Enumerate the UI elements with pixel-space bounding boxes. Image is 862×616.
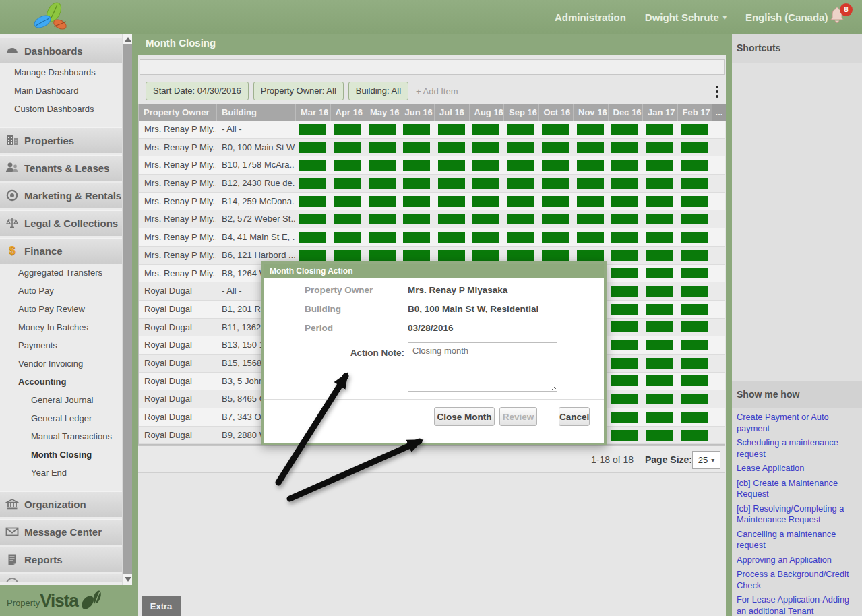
month-column-header[interactable]: Apr 16: [330, 104, 365, 121]
month-column-header[interactable]: May 16: [365, 104, 400, 121]
month-status-cell[interactable]: [677, 336, 712, 354]
show-me-how-link[interactable]: Cancelling a maintenance request: [732, 528, 862, 553]
month-status-cell[interactable]: [642, 121, 677, 138]
scrollbar-down-icon[interactable]: [125, 577, 131, 582]
column-header-property-owner[interactable]: Property Owner: [139, 104, 216, 121]
overflow-column-header[interactable]: ...: [712, 104, 726, 121]
filter-chip-building[interactable]: Building: All: [348, 82, 408, 100]
sidebar-item-auto-pay[interactable]: Auto Pay: [0, 282, 122, 300]
month-column-header[interactable]: Feb 17: [677, 104, 712, 121]
month-status-cell[interactable]: [469, 193, 504, 210]
show-me-how-link[interactable]: [cb] Resolving/Completing a Maintenance …: [732, 502, 862, 528]
month-status-cell[interactable]: [642, 301, 677, 318]
month-status-cell[interactable]: [642, 390, 677, 408]
month-status-cell[interactable]: [573, 193, 608, 210]
month-status-cell[interactable]: [608, 265, 643, 282]
sidebar-section-organization[interactable]: Organization: [0, 491, 122, 517]
month-status-cell[interactable]: [434, 210, 469, 228]
month-status-cell[interactable]: [608, 373, 643, 390]
month-status-cell[interactable]: [677, 121, 712, 138]
month-status-cell[interactable]: [503, 193, 538, 210]
month-status-cell[interactable]: [608, 336, 643, 354]
month-status-cell[interactable]: [330, 193, 365, 210]
month-status-cell[interactable]: [677, 408, 712, 426]
month-status-cell[interactable]: [400, 139, 435, 156]
month-status-cell[interactable]: [608, 282, 643, 300]
sidebar-item-payments[interactable]: Payments: [0, 336, 122, 355]
sidebar-item-general-ledger[interactable]: General Ledger: [0, 409, 122, 427]
sidebar-item-aggregated-transfers[interactable]: Aggregated Transfers: [0, 264, 122, 282]
table-menu-kebab-icon[interactable]: [713, 84, 721, 101]
month-status-cell[interactable]: [434, 175, 469, 192]
month-status-cell[interactable]: [295, 156, 330, 174]
month-status-cell[interactable]: [538, 156, 574, 174]
month-status-cell[interactable]: [330, 139, 365, 156]
month-status-cell[interactable]: [677, 193, 712, 210]
filter-chip-property-owner[interactable]: Property Owner: All: [253, 82, 344, 100]
month-status-cell[interactable]: [400, 156, 435, 174]
topbar-menu-administration[interactable]: Administration: [555, 11, 626, 23]
month-status-cell[interactable]: [677, 156, 712, 174]
month-status-cell[interactable]: [503, 121, 538, 138]
page-size-select[interactable]: 25 ▾: [692, 451, 720, 469]
month-status-cell[interactable]: [677, 355, 712, 372]
month-status-cell[interactable]: [677, 265, 712, 282]
month-status-cell[interactable]: [677, 319, 712, 336]
month-status-cell[interactable]: [642, 228, 677, 246]
month-status-cell[interactable]: [608, 355, 643, 372]
month-status-cell[interactable]: [608, 427, 643, 444]
month-status-cell[interactable]: [608, 156, 643, 174]
month-status-cell[interactable]: [400, 121, 435, 138]
month-status-cell[interactable]: [434, 139, 469, 156]
sidebar-item-vendor-invoicing[interactable]: Vendor Invoicing: [0, 355, 122, 373]
show-me-how-link[interactable]: For Lease Application-Adding an addition…: [732, 593, 862, 616]
sidebar-item-main-dashboard[interactable]: Main Dashboard: [0, 82, 122, 100]
month-status-cell[interactable]: [573, 210, 608, 228]
month-status-cell[interactable]: [469, 175, 504, 192]
month-status-cell[interactable]: [469, 121, 504, 138]
month-status-cell[interactable]: [642, 355, 677, 372]
month-status-cell[interactable]: [677, 247, 712, 264]
show-me-how-link[interactable]: Scheduling a maintenance request: [732, 436, 862, 462]
month-status-cell[interactable]: [677, 175, 712, 192]
add-item-button[interactable]: + Add Item: [416, 86, 458, 96]
month-status-cell[interactable]: [330, 210, 365, 228]
month-status-cell[interactable]: [642, 139, 677, 156]
month-status-cell[interactable]: [642, 282, 677, 300]
sidebar-section-finance[interactable]: $Finance: [0, 238, 122, 264]
scrollbar-up-icon[interactable]: [125, 37, 131, 42]
month-status-cell[interactable]: [365, 156, 400, 174]
month-status-cell[interactable]: [677, 390, 712, 408]
month-status-cell[interactable]: [677, 210, 712, 228]
sidebar-section-properties[interactable]: Properties: [0, 127, 122, 153]
month-status-cell[interactable]: [677, 427, 712, 444]
show-me-how-link[interactable]: Process a Background/Credit Check: [732, 567, 862, 593]
topbar-menu-english-canada[interactable]: English (Canada)▾: [745, 11, 836, 23]
month-status-cell[interactable]: [330, 175, 365, 192]
month-status-cell[interactable]: [608, 193, 643, 210]
sidebar-section-legal-collections[interactable]: Legal & Collections: [0, 210, 122, 236]
month-status-cell[interactable]: [608, 319, 643, 336]
month-column-header[interactable]: Aug 16: [469, 104, 504, 121]
month-status-cell[interactable]: [677, 282, 712, 300]
sidebar-section-dashboards[interactable]: Dashboards: [0, 38, 122, 63]
month-status-cell[interactable]: [434, 228, 469, 246]
month-status-cell[interactable]: [503, 175, 538, 192]
month-status-cell[interactable]: [677, 373, 712, 390]
month-column-header[interactable]: Jan 17: [642, 104, 677, 121]
month-status-cell[interactable]: [538, 175, 574, 192]
month-status-cell[interactable]: [677, 139, 712, 156]
month-status-cell[interactable]: [608, 139, 643, 156]
month-status-cell[interactable]: [295, 210, 330, 228]
month-status-cell[interactable]: [608, 247, 643, 264]
month-status-cell[interactable]: [365, 121, 400, 138]
month-status-cell[interactable]: [608, 228, 643, 246]
month-status-cell[interactable]: [330, 121, 365, 138]
month-status-cell[interactable]: [365, 193, 400, 210]
month-column-header[interactable]: Dec 16: [608, 104, 643, 121]
month-status-cell[interactable]: [608, 121, 643, 138]
month-status-cell[interactable]: [608, 301, 643, 318]
show-me-how-link[interactable]: Approving an Application: [732, 553, 862, 568]
month-status-cell[interactable]: [538, 228, 574, 246]
month-status-cell[interactable]: [538, 193, 574, 210]
